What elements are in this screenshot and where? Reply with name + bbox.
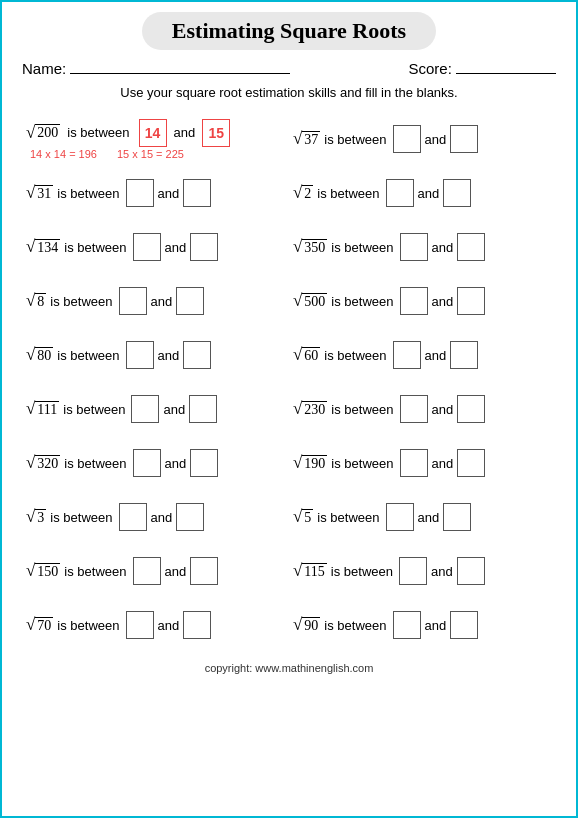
answer-box[interactable]: [400, 395, 428, 423]
answer-box[interactable]: [400, 449, 428, 477]
answer-box[interactable]: [393, 611, 421, 639]
problem-230: √230 is between and: [289, 382, 556, 436]
name-line: [70, 73, 290, 74]
answer-box[interactable]: [133, 449, 161, 477]
example-hint1: 14 x 14 = 196: [30, 148, 97, 160]
answer-box[interactable]: [457, 449, 485, 477]
problem-31: √31 is between and: [22, 166, 289, 220]
problem-37: √37 is between and: [289, 112, 556, 166]
page-title: Estimating Square Roots: [142, 12, 436, 50]
example-hint2: 15 x 15 = 225: [117, 148, 184, 160]
problem-8: √8 is between and: [22, 274, 289, 328]
problem-111: √111 is between and: [22, 382, 289, 436]
example-answer1: 14: [139, 119, 167, 147]
answer-box[interactable]: [131, 395, 159, 423]
answer-box[interactable]: [450, 611, 478, 639]
answer-box[interactable]: [400, 233, 428, 261]
problem-134: √134 is between and: [22, 220, 289, 274]
problem-500: √500 is between and: [289, 274, 556, 328]
answer-box[interactable]: [190, 233, 218, 261]
answer-box[interactable]: [176, 503, 204, 531]
answer-box[interactable]: [393, 125, 421, 153]
answer-box[interactable]: [119, 503, 147, 531]
example-answer2: 15: [202, 119, 230, 147]
answer-box[interactable]: [189, 395, 217, 423]
answer-box[interactable]: [126, 179, 154, 207]
answer-box[interactable]: [457, 395, 485, 423]
example-problem: √200 is between 14 and 15 14 x 14 = 196 …: [22, 112, 289, 166]
answer-box[interactable]: [393, 341, 421, 369]
problem-70: √70 is between and: [22, 598, 289, 652]
problem-5: √5 is between and: [289, 490, 556, 544]
answer-box[interactable]: [183, 611, 211, 639]
answer-box[interactable]: [457, 233, 485, 261]
answer-box[interactable]: [443, 179, 471, 207]
problem-190: √190 is between and: [289, 436, 556, 490]
example-radical: √200: [26, 123, 60, 143]
copyright: copyright: www.mathinenglish.com: [22, 662, 556, 674]
answer-box[interactable]: [457, 287, 485, 315]
problem-320: √320 is between and: [22, 436, 289, 490]
answer-box[interactable]: [386, 503, 414, 531]
name-label: Name:: [22, 60, 66, 77]
problem-115: √115 is between and: [289, 544, 556, 598]
problem-60: √60 is between and: [289, 328, 556, 382]
answer-box[interactable]: [133, 557, 161, 585]
problem-350: √350 is between and: [289, 220, 556, 274]
answer-box[interactable]: [190, 557, 218, 585]
answer-box[interactable]: [457, 557, 485, 585]
answer-box[interactable]: [133, 233, 161, 261]
answer-box[interactable]: [119, 287, 147, 315]
answer-box[interactable]: [183, 179, 211, 207]
answer-box[interactable]: [386, 179, 414, 207]
problem-3: √3 is between and: [22, 490, 289, 544]
problem-150: √150 is between and: [22, 544, 289, 598]
score-line: [456, 73, 556, 74]
answer-box[interactable]: [126, 611, 154, 639]
answer-box[interactable]: [450, 341, 478, 369]
score-label: Score:: [408, 60, 451, 77]
answer-box[interactable]: [443, 503, 471, 531]
answer-box[interactable]: [399, 557, 427, 585]
problem-90: √90 is between and: [289, 598, 556, 652]
answer-box[interactable]: [126, 341, 154, 369]
answer-box[interactable]: [400, 287, 428, 315]
answer-box[interactable]: [176, 287, 204, 315]
instructions: Use your square root estimation skills a…: [22, 85, 556, 100]
answer-box[interactable]: [450, 125, 478, 153]
problem-2: √2 is between and: [289, 166, 556, 220]
problem-80: √80 is between and: [22, 328, 289, 382]
answer-box[interactable]: [183, 341, 211, 369]
answer-box[interactable]: [190, 449, 218, 477]
